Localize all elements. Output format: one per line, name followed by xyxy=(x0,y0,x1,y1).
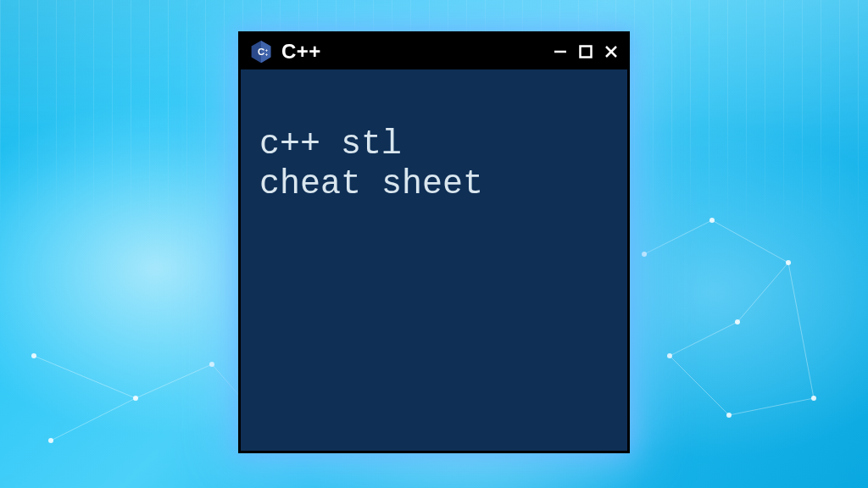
svg-line-9 xyxy=(729,398,814,415)
svg-line-4 xyxy=(644,220,712,254)
svg-point-19 xyxy=(735,319,740,324)
svg-point-16 xyxy=(642,252,647,257)
svg-point-20 xyxy=(667,353,672,358)
svg-point-17 xyxy=(709,218,715,223)
svg-point-21 xyxy=(726,413,732,418)
titlebar[interactable]: C + + C++ xyxy=(241,34,627,69)
svg-line-8 xyxy=(670,356,729,415)
close-button[interactable] xyxy=(604,44,619,59)
svg-point-15 xyxy=(48,438,53,443)
terminal-body: c++ stl cheat sheet xyxy=(241,69,627,451)
cpp-hex-icon: C + + xyxy=(249,40,273,64)
svg-line-3 xyxy=(51,398,136,441)
svg-line-10 xyxy=(788,263,814,398)
svg-point-22 xyxy=(811,396,816,401)
svg-point-11 xyxy=(31,353,36,358)
window-controls xyxy=(553,44,619,59)
svg-line-0 xyxy=(34,356,136,398)
terminal-window: C + + C++ c++ stl cheat sheet xyxy=(238,31,630,453)
svg-line-6 xyxy=(737,263,788,322)
svg-point-12 xyxy=(133,396,138,401)
svg-line-1 xyxy=(136,364,212,398)
minimize-button[interactable] xyxy=(553,44,568,59)
window-title: C++ xyxy=(281,40,321,64)
svg-line-5 xyxy=(712,220,788,263)
content-text: c++ stl cheat sheet xyxy=(259,125,483,203)
svg-text:C: C xyxy=(258,47,264,57)
svg-point-13 xyxy=(209,362,214,367)
svg-point-18 xyxy=(786,260,791,265)
maximize-button[interactable] xyxy=(578,44,593,59)
svg-line-7 xyxy=(670,322,737,356)
svg-rect-29 xyxy=(581,47,592,58)
